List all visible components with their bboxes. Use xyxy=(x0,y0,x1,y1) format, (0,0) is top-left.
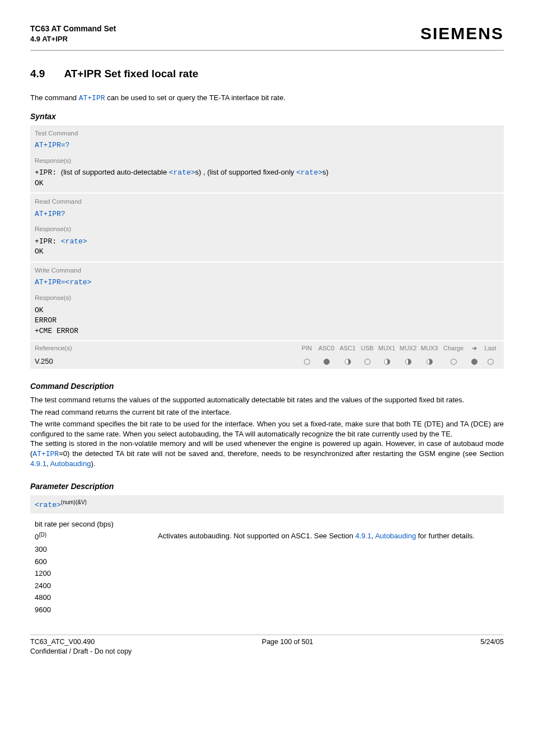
arrow-icon: ➜ xyxy=(467,344,481,353)
write-response-label: Response(s) xyxy=(30,291,504,304)
autobauding-link[interactable]: Autobauding xyxy=(375,532,416,540)
read-response-label: Response(s) xyxy=(30,222,504,235)
write-command-line: AT+IPR=<rate> xyxy=(30,276,504,291)
circle-half-icon xyxy=(384,359,390,365)
doc-subtitle: 4.9 AT+IPR xyxy=(30,34,116,44)
param-label: bit rate per second (bps) xyxy=(35,519,158,529)
cmd-desc-p3b: The setting is stored in the non-volatil… xyxy=(30,439,504,469)
read-command-line: AT+IPR? xyxy=(30,208,504,223)
rate-link[interactable]: <rate> xyxy=(169,168,195,177)
footer-left: TC63_ATC_V00.490 xyxy=(30,637,95,647)
circle-half-icon xyxy=(427,359,433,365)
param-token-box: <rate>(num)(&V) xyxy=(30,495,504,514)
write-command-label: Write Command xyxy=(30,262,504,277)
cmd-desc-p2: The read command returns the current bit… xyxy=(30,407,504,417)
section-link[interactable]: 4.9.1 xyxy=(355,532,372,540)
parameter-description-heading: Parameter Description xyxy=(30,481,504,492)
param-value: 2400 xyxy=(35,581,158,591)
rate-link[interactable]: <rate> xyxy=(296,168,322,177)
page-footer: TC63_ATC_V00.490 Page 100 of 501 5/24/05 xyxy=(30,635,504,647)
param-value: 300 xyxy=(35,544,158,555)
test-response: +IPR: (list of supported auto-detectable… xyxy=(30,166,504,192)
section-number: 4.9 xyxy=(30,67,45,81)
param-value: 600 xyxy=(35,557,158,567)
section-title-text: AT+IPR Set fixed local rate xyxy=(64,68,198,79)
param-value: 9600 xyxy=(35,605,158,615)
syntax-heading: Syntax xyxy=(30,111,504,122)
atipr-link[interactable]: AT+IPR xyxy=(32,450,59,458)
references-label: Reference(s) xyxy=(35,344,298,353)
param-value-0-desc: Activates autobauding. Not supported on … xyxy=(158,531,499,542)
section-heading: 4.9AT+IPR Set fixed local rate xyxy=(30,67,504,81)
lead-paragraph: The command AT+IPR can be used to set or… xyxy=(30,93,504,104)
reference-value-row: V.250 xyxy=(35,356,499,367)
brand-logo: SIEMENS xyxy=(420,22,504,45)
reference-header-row: Reference(s) PIN ASC0 ASC1 USB MUX1 MUX2… xyxy=(30,341,504,369)
cmd-desc-p3a: The write command specifies the bit rate… xyxy=(30,419,504,439)
circle-half-icon xyxy=(405,359,411,365)
rate-link[interactable]: <rate> xyxy=(65,278,92,287)
atipr-link[interactable]: AT+IPR xyxy=(79,94,105,102)
doc-title: TC63 AT Command Set xyxy=(30,24,116,34)
circle-empty-icon xyxy=(451,359,457,365)
read-response: +IPR: <rate> OK xyxy=(30,235,504,261)
test-command-label: Test Command xyxy=(30,125,504,140)
reference-name: V.250 xyxy=(35,356,298,367)
footer-center: Page 100 of 501 xyxy=(262,637,313,647)
read-command-label: Read Command xyxy=(30,194,504,208)
section-link[interactable]: 4.9.1 xyxy=(30,459,46,468)
write-response: OK ERROR +CME ERROR xyxy=(30,304,504,341)
page-header: TC63 AT Command Set 4.9 AT+IPR SIEMENS xyxy=(30,22,504,45)
circle-empty-icon xyxy=(488,359,494,365)
autobauding-link[interactable]: Autobauding xyxy=(50,459,91,468)
footer-confidential: Confidential / Draft - Do not copy xyxy=(30,647,504,656)
circle-empty-icon xyxy=(304,359,310,365)
param-value: 4800 xyxy=(35,593,158,603)
circle-full-icon xyxy=(471,359,477,365)
circle-empty-icon xyxy=(364,359,371,365)
footer-right: 5/24/05 xyxy=(480,637,504,647)
param-table: bit rate per second (bps) 0(D) Activates… xyxy=(30,514,504,618)
rate-link[interactable]: <rate> xyxy=(61,237,87,246)
test-response-label: Response(s) xyxy=(30,154,504,167)
cmd-desc-p1: The test command returns the values of t… xyxy=(30,395,504,405)
param-value-0: 0(D) xyxy=(35,531,158,542)
param-value: 1200 xyxy=(35,569,158,579)
header-rule xyxy=(30,50,504,51)
command-description-heading: Command Description xyxy=(30,381,504,392)
circle-full-icon xyxy=(324,359,330,365)
test-command-line: AT+IPR=? xyxy=(30,139,504,154)
circle-half-icon xyxy=(345,359,351,365)
rate-param-token[interactable]: <rate> xyxy=(35,501,61,509)
